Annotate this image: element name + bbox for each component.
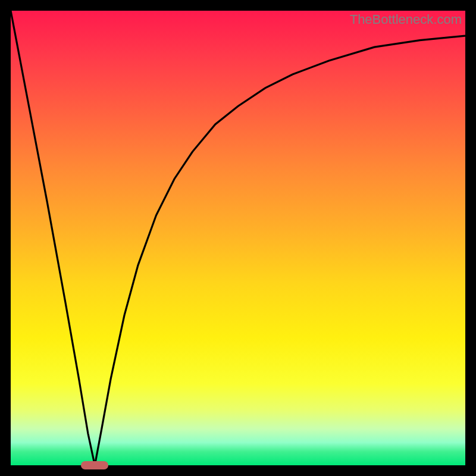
- curve-right-branch: [95, 36, 465, 465]
- curve-layer: [11, 11, 465, 465]
- plot-area: [11, 11, 465, 465]
- watermark-text: TheBottleneck.com: [350, 12, 462, 27]
- curve-left-branch: [11, 11, 95, 465]
- bottleneck-marker: [81, 461, 108, 469]
